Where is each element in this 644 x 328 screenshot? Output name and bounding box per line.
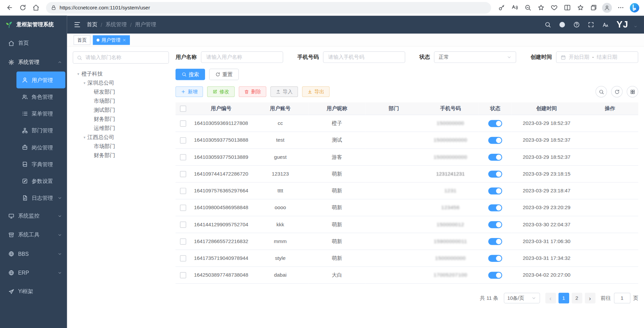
browser-home-button[interactable]: [30, 1, 42, 14]
tree-node[interactable]: ▾市场部门: [73, 97, 169, 106]
row-checkbox[interactable]: [180, 255, 186, 261]
password-key-icon[interactable]: [495, 1, 508, 14]
status-toggle[interactable]: [488, 272, 502, 279]
next-page-button[interactable]: ›: [585, 293, 595, 303]
sidebar-item-home[interactable]: 首页: [0, 34, 67, 52]
browser-profile-avatar[interactable]: [602, 3, 612, 12]
status-toggle[interactable]: [488, 238, 502, 245]
row-checkbox[interactable]: [180, 154, 186, 160]
page-size-select[interactable]: 10条/页: [504, 293, 540, 303]
sidebar-item-erp[interactable]: ERP: [0, 263, 67, 282]
goto-page-input[interactable]: [614, 293, 630, 303]
row-checkbox[interactable]: [180, 188, 186, 194]
bing-icon[interactable]: [629, 2, 640, 13]
sidebar-item-menu-management[interactable]: 菜单管理: [16, 105, 65, 122]
cell-user-id: 1641030593775013889: [190, 149, 252, 166]
favorites-bar-icon[interactable]: [574, 1, 587, 14]
tree-node[interactable]: ▾深圳总公司: [73, 79, 169, 88]
row-checkbox[interactable]: [180, 238, 186, 244]
row-checkbox[interactable]: [180, 120, 186, 126]
github-icon[interactable]: [559, 21, 566, 28]
delete-button[interactable]: 删除: [239, 86, 266, 97]
browser-back-button[interactable]: [3, 1, 16, 14]
help-icon[interactable]: [573, 21, 580, 28]
row-checkbox[interactable]: [180, 137, 186, 143]
sidebar-item-log-management[interactable]: 日志管理: [16, 190, 65, 206]
sidebar-item-role-management[interactable]: 角色管理: [16, 88, 65, 105]
tools-icon: [8, 232, 14, 238]
read-aloud-icon[interactable]: [508, 1, 521, 14]
select-all-checkbox[interactable]: [180, 105, 186, 111]
sidebar-item-system-monitor[interactable]: 系统监控: [0, 206, 67, 225]
page-button[interactable]: 1: [558, 293, 569, 303]
breadcrumb-home[interactable]: 首页: [87, 21, 97, 28]
status-toggle[interactable]: [488, 171, 502, 178]
status-select[interactable]: 正常: [434, 51, 516, 63]
tree-node[interactable]: ▾江西总公司: [73, 133, 169, 142]
sidebar-item-dept-management[interactable]: 部门管理: [16, 122, 65, 139]
close-icon[interactable]: [122, 38, 126, 42]
import-button[interactable]: 导入: [270, 86, 298, 97]
username-input[interactable]: [205, 54, 279, 60]
sidebar-item-yi-framework[interactable]: Yi框架: [0, 282, 67, 301]
split-screen-icon[interactable]: [561, 1, 574, 14]
tree-node[interactable]: ▾财务部门: [73, 151, 169, 160]
tree-node[interactable]: ▾市场部门: [73, 142, 169, 151]
status-toggle[interactable]: [488, 120, 502, 127]
tab-home[interactable]: 首页: [73, 35, 90, 45]
reset-button[interactable]: 重置: [209, 69, 239, 80]
collections-icon[interactable]: [587, 1, 600, 14]
status-toggle[interactable]: [488, 137, 502, 144]
sidebar-item-param-settings[interactable]: 参数设置: [16, 173, 65, 189]
sidebar-item-post-management[interactable]: 岗位管理: [16, 139, 65, 156]
sidebar-item-dict-management[interactable]: 字典管理: [16, 156, 65, 173]
status-toggle[interactable]: [488, 221, 502, 228]
row-checkbox[interactable]: [180, 204, 186, 210]
date-range-picker[interactable]: 开始日期 - 结束日期: [556, 51, 638, 63]
tree-node[interactable]: ▾运维部门: [73, 124, 169, 133]
browser-essentials-icon[interactable]: [548, 1, 560, 14]
status-toggle[interactable]: [488, 255, 502, 262]
cell-nickname: 萌新: [309, 216, 365, 233]
row-checkbox[interactable]: [180, 171, 186, 177]
sidebar-item-system-management[interactable]: 系统管理: [0, 53, 67, 72]
user-logo[interactable]: YJ: [616, 20, 628, 29]
refresh-table-icon[interactable]: [611, 86, 623, 97]
prev-page-button[interactable]: ‹: [545, 293, 556, 303]
modify-button[interactable]: 修改: [207, 86, 235, 97]
status-toggle[interactable]: [488, 204, 502, 211]
tree-node[interactable]: ▾研发部门: [73, 88, 169, 97]
browser-menu-icon[interactable]: [614, 1, 627, 14]
export-button[interactable]: 导出: [302, 86, 330, 97]
tab-user-management[interactable]: 用户管理: [93, 35, 130, 45]
breadcrumb-system[interactable]: 系统管理: [105, 21, 127, 28]
status-toggle[interactable]: [488, 153, 502, 160]
font-size-icon[interactable]: [602, 21, 609, 28]
search-button[interactable]: 搜索: [176, 69, 205, 80]
fullscreen-icon[interactable]: [588, 21, 594, 28]
cell-dept: [365, 199, 422, 216]
sidebar-item-system-tools[interactable]: 系统工具: [0, 225, 67, 244]
status-toggle[interactable]: [488, 187, 502, 194]
column-settings-icon[interactable]: [627, 86, 638, 97]
add-favorite-icon[interactable]: [535, 1, 547, 14]
dept-search-input[interactable]: [85, 54, 165, 61]
browser-refresh-button[interactable]: [16, 1, 29, 14]
toggle-search-icon[interactable]: [595, 86, 607, 97]
row-checkbox[interactable]: [180, 222, 186, 228]
address-bar[interactable]: https://ccnetcore.com:1101/system/user: [46, 2, 491, 13]
tree-node[interactable]: ▾财务部门: [73, 115, 169, 124]
search-icon[interactable]: [545, 21, 551, 28]
row-checkbox[interactable]: [180, 272, 186, 278]
page-button[interactable]: 2: [572, 293, 582, 303]
tree-node[interactable]: ▾橙子科技: [73, 69, 169, 79]
sidebar-item-label: ERP: [18, 270, 54, 276]
tree-node[interactable]: ▾测试部门: [73, 106, 169, 115]
sidebar-item-bbs[interactable]: BBS: [0, 244, 67, 263]
phone-input[interactable]: [328, 54, 401, 60]
add-button[interactable]: 新增: [176, 86, 203, 97]
menu-fold-icon[interactable]: [73, 21, 81, 28]
sidebar-item-user-management[interactable]: 用户管理: [16, 72, 65, 88]
zoom-out-icon[interactable]: [522, 1, 534, 14]
column-header: 用户昵称: [309, 102, 365, 115]
